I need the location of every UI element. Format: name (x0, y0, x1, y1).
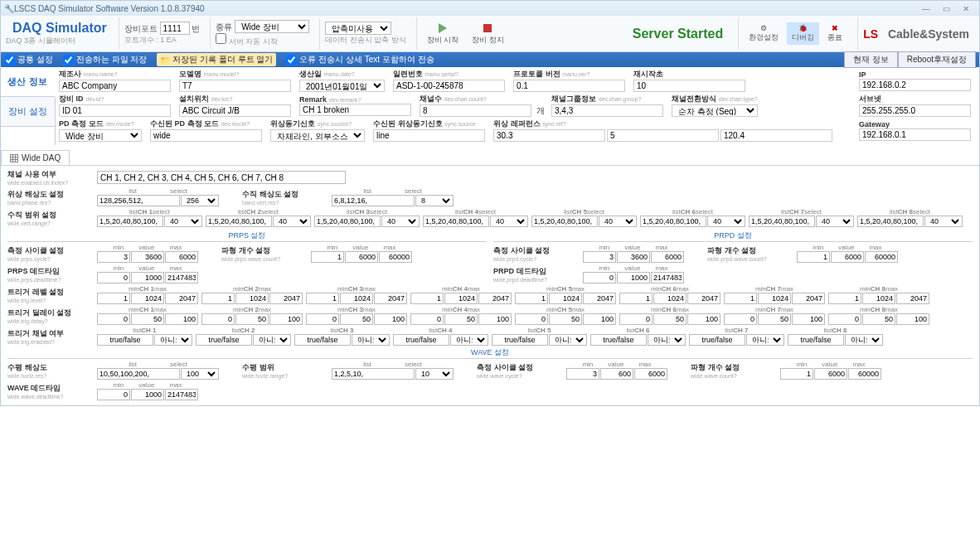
list-select[interactable]: 8 (415, 195, 454, 206)
info-field[interactable] (299, 104, 411, 116)
exit-button[interactable]: ✖종료 (822, 22, 847, 45)
info-field[interactable] (59, 80, 171, 92)
gear-icon: ⚙ (760, 24, 767, 32)
ribbon-toolbar: DAQ Simulator DAQ 3종 시뮬레이터 장비포트 번 포트개수 :… (1, 16, 979, 52)
prpd-section-title: PRPD 설정 (493, 230, 973, 242)
compression-select[interactable]: 압축미사용 (325, 22, 391, 35)
info-field[interactable] (633, 80, 745, 92)
auto-start-checkbox[interactable] (216, 33, 226, 44)
secondary-toolbar: 공통 설정 전송하는 파일 저장 📁 저장된 기록 폴더 루트 열기 오류 전송… (1, 52, 979, 67)
list-input[interactable] (332, 368, 415, 380)
list-input[interactable] (97, 195, 180, 206)
info-field[interactable] (150, 129, 262, 142)
list-select[interactable]: 10 (415, 368, 454, 380)
close-button[interactable]: ✕ (956, 4, 976, 13)
server-status: Server Started (633, 27, 723, 41)
type-label: 종류 (216, 22, 232, 31)
folder-icon: 📁 (160, 56, 170, 65)
env-settings-button[interactable]: ⚙환경설정 (744, 22, 784, 45)
app-icon: 🔧 (4, 4, 14, 13)
brand-logo: LS Cable&System (857, 17, 974, 50)
channel-use-input[interactable] (97, 171, 346, 184)
info-field[interactable] (393, 80, 505, 92)
minimize-button[interactable]: — (916, 4, 936, 13)
debug-button[interactable]: 🐞디버깅 (787, 22, 819, 45)
tab-wide-daq[interactable]: Wide DAQ (1, 150, 70, 165)
app-title: DAQ Simulator (12, 21, 107, 36)
common-settings-item[interactable]: 공통 설정 (4, 54, 53, 65)
bug-icon: 🐞 (798, 24, 808, 32)
list-input[interactable] (332, 195, 415, 206)
info-field[interactable] (859, 104, 971, 117)
maximize-button[interactable]: ▭ (936, 4, 956, 13)
close-icon: ✖ (832, 24, 838, 32)
list-input[interactable] (97, 368, 180, 380)
info-field[interactable] (859, 128, 971, 141)
info-field[interactable] (551, 104, 663, 117)
info-select[interactable]: 2001년01월01일 (299, 80, 385, 92)
device-type-select[interactable]: Wide 장비 (235, 20, 309, 33)
info-select[interactable]: 순차 측정 (Seq) (672, 104, 758, 117)
app-subtitle: DAQ 3종 시뮬레이터 (6, 36, 114, 46)
window-titlebar: 🔧 LSCS DAQ Simulator Software Version 1.… (1, 1, 979, 16)
prps-section-title: PRPS 설정 (7, 230, 487, 242)
info-field[interactable] (59, 104, 171, 117)
tab-production-info[interactable]: 생산 정보 (1, 67, 56, 97)
list-select[interactable]: 100 (181, 368, 219, 380)
device-stop-button[interactable]: 장비 정지 (467, 20, 509, 47)
open-root-folder-button[interactable]: 📁 저장된 기록 폴더 루트 열기 (157, 53, 276, 66)
info-field[interactable] (179, 80, 291, 92)
info-field[interactable] (513, 80, 625, 92)
list-select[interactable]: 256 (181, 195, 219, 206)
window-title: LSCS DAQ Simulator Software Version 1.0.… (14, 4, 205, 13)
port-label: 장비포트 (124, 24, 158, 33)
device-start-button[interactable]: 장비 시작 (422, 20, 464, 47)
svg-rect-0 (483, 24, 492, 32)
info-field[interactable] (420, 104, 531, 117)
send-save-item[interactable]: 전송하는 파일 저장 (63, 54, 148, 65)
error-text-item[interactable]: 오류 전송시 상세 Text 포함하여 전송 (286, 54, 434, 65)
info-field[interactable] (373, 129, 485, 142)
info-select[interactable]: 자체라인, 외부소스 (270, 129, 365, 142)
tab-device-settings[interactable]: 장비 설정 (1, 97, 55, 127)
info-field[interactable] (179, 104, 291, 117)
wave-section-title: WAVE 설정 (7, 347, 973, 359)
current-info-button[interactable]: 현재 정보 (844, 51, 898, 68)
grid-icon (10, 154, 18, 162)
reboot-reset-button[interactable]: Reboot후재설정 (898, 51, 976, 68)
port-input[interactable] (160, 22, 190, 35)
info-select[interactable]: Wide 장비 (59, 129, 142, 142)
info-field[interactable] (859, 79, 971, 91)
